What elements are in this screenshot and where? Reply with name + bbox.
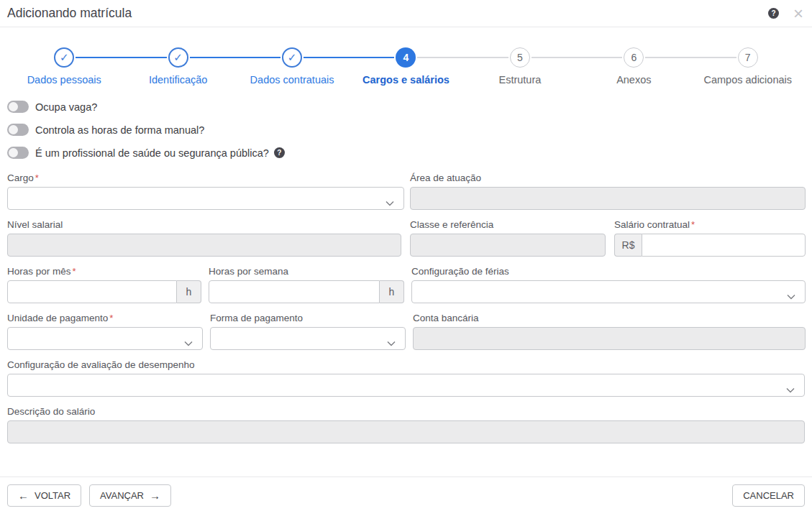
toggle-label: Ocupa vaga? <box>35 101 97 113</box>
forma-pagamento-select[interactable] <box>210 327 406 350</box>
step-estrutura[interactable]: 5 Estrutura <box>463 47 577 86</box>
controla-horas-toggle[interactable] <box>7 124 29 136</box>
area-atuacao-input <box>410 187 806 210</box>
step-anexos[interactable]: 6 Anexos <box>577 47 690 86</box>
step-connector <box>417 57 462 58</box>
field-label: Nível salarial <box>7 219 401 230</box>
modal-header: Adicionando matrícula ? × <box>0 0 812 27</box>
toggle-label: Controla as horas de forma manual? <box>35 124 204 136</box>
cargo-select[interactable] <box>7 187 404 210</box>
toggle-row-ocupa-vaga: Ocupa vaga? <box>7 101 805 113</box>
help-icon[interactable]: ? <box>768 8 779 19</box>
unidade-pagamento-select[interactable] <box>7 327 203 350</box>
profissional-saude-toggle[interactable] <box>7 147 29 159</box>
field-label: Salário contratual* <box>614 219 806 230</box>
horas-semana-input[interactable] <box>209 280 380 303</box>
toggle-knob <box>9 102 18 111</box>
field-descricao-salario: Descrição do salário <box>7 406 805 443</box>
chevron-down-icon <box>786 383 795 396</box>
field-label: Unidade de pagamento* <box>7 313 203 323</box>
footer-actions: ← VOLTAR AVANÇAR → CANCELAR <box>0 484 812 507</box>
cancel-button[interactable]: CANCELAR <box>732 484 805 507</box>
field-conta-bancaria: Conta bancária <box>413 313 806 350</box>
required-marker: * <box>109 313 113 323</box>
salario-contratual-input[interactable] <box>642 234 806 257</box>
field-classe-referencia: Classe e referência <box>410 219 606 257</box>
help-icon[interactable]: ? <box>274 147 285 158</box>
field-label: Área de atuação <box>410 172 806 183</box>
step-label: Dados pessoais <box>27 74 101 86</box>
step-dados-contratuais[interactable]: ✓ Dados contratuais <box>235 47 349 86</box>
close-icon[interactable]: × <box>793 5 803 22</box>
field-label: Conta bancária <box>413 313 806 323</box>
step-number: 5 <box>510 47 530 68</box>
field-unidade-pagamento: Unidade de pagamento* <box>7 313 203 350</box>
field-label: Classe e referência <box>410 219 606 230</box>
step-connector <box>304 57 349 58</box>
toggle-label: É um profissional de saúde ou segurança … <box>35 147 269 159</box>
step-number: 4 <box>396 47 416 68</box>
field-cargo: Cargo* <box>7 172 404 210</box>
chevron-down-icon <box>386 196 394 209</box>
step-cargos-e-salarios[interactable]: 4 Cargos e salários <box>349 47 462 86</box>
step-connector <box>645 57 690 58</box>
field-config-avaliacao: Configuração de avaliação de desempenho <box>7 359 805 397</box>
config-avaliacao-select[interactable] <box>7 374 805 397</box>
toggle-row-profissional-saude: É um profissional de saúde ou segurança … <box>7 147 805 159</box>
field-config-ferias: Configuração de férias <box>411 266 806 303</box>
next-button-label: AVANÇAR <box>100 490 144 501</box>
field-salario-contratual: Salário contratual* R$ <box>614 219 806 257</box>
footer-divider <box>0 477 812 477</box>
step-identificacao[interactable]: ✓ Identificação <box>121 47 234 86</box>
step-connector <box>532 57 577 58</box>
field-area-atuacao: Área de atuação <box>410 172 806 210</box>
step-label: Dados contratuais <box>250 74 334 86</box>
field-label: Horas por mês* <box>7 266 201 277</box>
nivel-salarial-input <box>7 234 401 257</box>
step-connector <box>190 57 235 58</box>
step-number: 7 <box>738 47 758 68</box>
field-label: Horas por semana <box>209 266 404 277</box>
step-label: Cargos e salários <box>362 74 450 86</box>
toggle-row-controla-horas: Controla as horas de forma manual? <box>7 124 805 136</box>
toggle-knob <box>9 148 18 157</box>
horas-mes-input[interactable] <box>7 280 177 303</box>
classe-referencia-input <box>410 234 606 257</box>
field-label: Descrição do salário <box>7 406 805 417</box>
check-icon: ✓ <box>54 47 74 68</box>
step-campos-adicionais[interactable]: 7 Campos adicionais <box>691 47 805 86</box>
field-label: Cargo* <box>7 172 404 183</box>
hours-suffix: h <box>380 280 404 303</box>
step-connector <box>235 57 280 58</box>
required-marker: * <box>73 266 76 277</box>
step-number: 6 <box>624 47 644 68</box>
field-horas-mes: Horas por mês* h <box>7 266 201 303</box>
step-connector <box>76 57 121 58</box>
page-title: Adicionando matrícula <box>7 6 768 21</box>
step-connector <box>691 57 736 58</box>
next-button[interactable]: AVANÇAR → <box>89 484 171 507</box>
step-connector <box>577 57 622 58</box>
toggle-knob <box>9 125 18 134</box>
descricao-salario-input <box>7 420 805 443</box>
step-label: Campos adicionais <box>703 74 792 86</box>
chevron-down-icon <box>184 336 193 349</box>
back-button[interactable]: ← VOLTAR <box>7 484 81 507</box>
chevron-down-icon <box>387 336 396 349</box>
step-connector <box>121 57 166 58</box>
ocupa-vaga-toggle[interactable] <box>7 101 29 113</box>
wizard-stepper: ✓ Dados pessoais ✓ Identificação ✓ Dados… <box>7 47 805 86</box>
field-nivel-salarial: Nível salarial <box>7 219 401 257</box>
config-ferias-select[interactable] <box>411 280 806 303</box>
step-connector <box>463 57 508 58</box>
step-connector <box>349 57 394 58</box>
arrow-left-icon: ← <box>18 489 29 502</box>
arrow-right-icon: → <box>150 489 160 502</box>
toggle-section: Ocupa vaga? Controla as horas de forma m… <box>7 101 805 159</box>
cargos-salarios-form: Cargo* Área de atuação Nível salarial Cl… <box>7 172 805 443</box>
step-dados-pessoais[interactable]: ✓ Dados pessoais <box>7 47 121 86</box>
field-label: Configuração de férias <box>411 266 806 277</box>
required-marker: * <box>35 172 39 183</box>
back-button-label: VOLTAR <box>35 490 70 501</box>
check-icon: ✓ <box>282 47 302 68</box>
